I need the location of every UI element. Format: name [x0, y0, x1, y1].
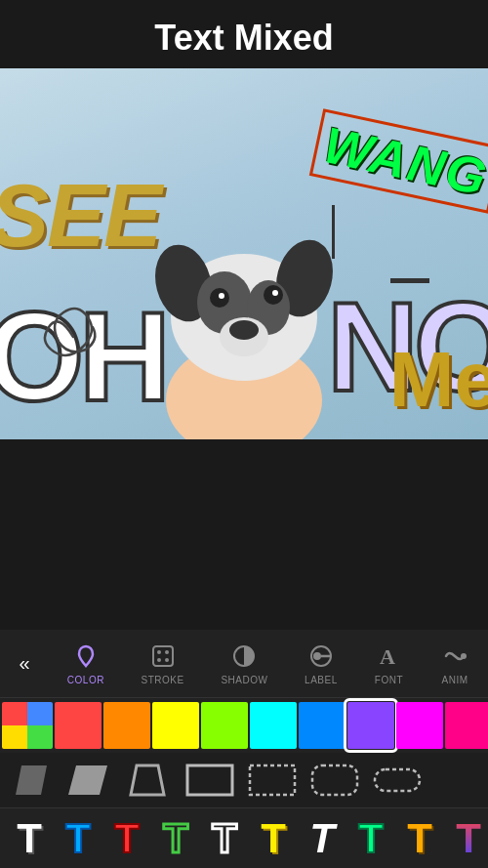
tool-label[interactable]: LABEL — [297, 638, 346, 689]
tool-color[interactable]: COLOR — [60, 638, 112, 689]
font-style-8[interactable]: T — [349, 815, 392, 862]
font-style-2[interactable]: T — [57, 815, 100, 862]
shape-rectangle-dotted[interactable] — [246, 762, 299, 799]
stroke-label: STROKE — [142, 675, 184, 685]
stroke-icon — [148, 641, 178, 671]
shape-rectangle-solid[interactable] — [183, 762, 236, 799]
svg-point-11 — [272, 290, 278, 296]
no-dash — [390, 278, 429, 283]
shape-parallelogram-gray[interactable] — [64, 762, 111, 799]
color-swatch[interactable] — [55, 702, 102, 749]
svg-point-18 — [157, 658, 161, 662]
font-style-1[interactable]: T — [8, 815, 51, 862]
svg-point-16 — [157, 650, 161, 654]
svg-marker-27 — [131, 765, 164, 795]
shape-trapezoid[interactable] — [121, 762, 174, 799]
svg-rect-15 — [153, 646, 173, 666]
tool-font[interactable]: A FONT — [366, 638, 411, 689]
anim-label: ANIM — [442, 675, 468, 685]
tool-anim[interactable]: ANIM — [432, 638, 477, 689]
color-swatch[interactable] — [347, 702, 394, 749]
color-swatch[interactable] — [250, 702, 297, 749]
tool-stroke[interactable]: STROKE — [134, 638, 192, 689]
bottom-panel: « COLOR — [0, 630, 488, 868]
font-label: FONT — [375, 675, 403, 685]
svg-text:A: A — [380, 644, 395, 669]
svg-point-10 — [219, 293, 224, 299]
svg-point-17 — [165, 650, 169, 654]
color-swatch[interactable] — [103, 702, 150, 749]
label-icon — [306, 641, 336, 671]
svg-rect-30 — [312, 765, 357, 795]
shape-strip — [0, 753, 488, 807]
tools-row: COLOR STROKE — [49, 638, 488, 689]
color-strip — [0, 698, 488, 753]
svg-rect-29 — [250, 765, 295, 795]
shape-rounded-dotted[interactable] — [308, 762, 361, 799]
toolbar: « COLOR — [0, 630, 488, 698]
svg-point-19 — [165, 658, 169, 662]
anim-icon — [440, 641, 469, 671]
color-swatch[interactable] — [299, 702, 346, 749]
font-strip: T T T T T T T T T T — [0, 807, 488, 868]
shape-pill[interactable] — [371, 762, 424, 799]
shape-parallelogram-dark[interactable] — [8, 762, 55, 799]
color-swatch[interactable] — [201, 702, 248, 749]
font-style-6[interactable]: T — [252, 815, 295, 862]
color-label: COLOR — [67, 675, 104, 685]
svg-rect-28 — [187, 765, 232, 795]
scribble-decoration — [29, 293, 117, 381]
svg-point-24 — [461, 653, 467, 659]
tool-shadow[interactable]: SHADOW — [213, 638, 275, 689]
svg-point-14 — [229, 320, 259, 340]
font-style-7[interactable]: T — [301, 815, 344, 862]
font-style-4[interactable]: T — [154, 815, 197, 862]
svg-marker-25 — [16, 765, 47, 795]
color-icon — [71, 641, 101, 671]
canvas-area: SEE WANG OH NO Me — [0, 68, 488, 439]
font-style-9[interactable]: T — [398, 815, 441, 862]
font-icon: A — [374, 641, 403, 671]
shadow-label: SHADOW — [221, 675, 267, 685]
back-button[interactable]: « — [0, 652, 49, 675]
header: Text Mixed — [0, 0, 488, 68]
color-swatch[interactable] — [152, 702, 199, 749]
svg-point-22 — [313, 652, 321, 660]
cursor-indicator — [332, 205, 335, 259]
page-title: Text Mixed — [0, 18, 488, 59]
font-style-5[interactable]: T — [203, 815, 246, 862]
color-swatch[interactable] — [445, 702, 488, 749]
font-style-3[interactable]: T — [105, 815, 148, 862]
font-style-10[interactable]: T — [447, 815, 488, 862]
shadow-icon — [229, 641, 259, 671]
color-swatch[interactable] — [396, 702, 443, 749]
svg-marker-26 — [68, 765, 107, 795]
color-swatch-multi[interactable] — [2, 702, 53, 749]
svg-rect-31 — [375, 769, 420, 791]
label-label: LABEL — [305, 675, 338, 685]
